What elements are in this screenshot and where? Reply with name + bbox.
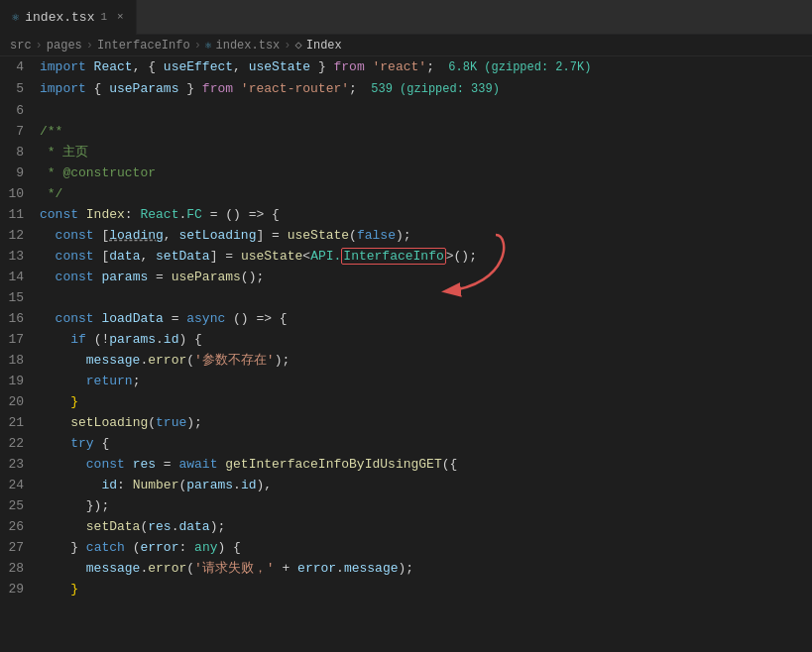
tab-label: index.tsx — [25, 10, 94, 25]
line-number-10: 10 — [0, 183, 40, 204]
line-number-28: 28 — [0, 558, 40, 579]
line-18: 18 message.error('参数不存在'); — [0, 350, 812, 371]
line-26: 26 setData(res.data); — [0, 516, 812, 537]
line-number-14: 14 — [0, 267, 40, 287]
line-content-13: const [data, setData] = useState<API.Int… — [40, 246, 812, 267]
line-27: 27 } catch (error: any) { — [0, 537, 812, 558]
line-29: 29 } — [0, 579, 812, 599]
line-4: 4 import React, { useEffect, useState } … — [0, 56, 812, 78]
breadcrumb-sep1: › — [36, 39, 43, 53]
editor-wrapper: 4 import React, { useEffect, useState } … — [0, 56, 812, 599]
breadcrumb-src: src — [10, 39, 32, 53]
tab-bar: ⚛ index.tsx 1 × — [0, 0, 812, 35]
line-content-23: const res = await getInterfaceInfoByIdUs… — [40, 454, 812, 475]
line-23: 23 const res = await getInterfaceInfoByI… — [0, 454, 812, 475]
line-content-21: setLoading(true); — [40, 412, 812, 433]
line-number-8: 8 — [0, 142, 40, 163]
line-6: 6 — [0, 100, 812, 121]
line-15: 15 — [0, 287, 812, 308]
line-content-4: import React, { useEffect, useState } fr… — [40, 56, 812, 78]
line-20: 20 } — [0, 391, 812, 412]
line-content-25: }); — [40, 495, 812, 516]
line-28: 28 message.error('请求失败，' + error.message… — [0, 558, 812, 579]
line-content-24: id: Number(params.id), — [40, 475, 812, 495]
line-number-27: 27 — [0, 537, 40, 558]
breadcrumb-pages: pages — [47, 39, 82, 53]
line-content-16: const loadData = async () => { — [40, 308, 812, 329]
line-number-11: 11 — [0, 204, 40, 225]
breadcrumb-react-icon: ⚛ — [205, 39, 212, 52]
line-number-23: 23 — [0, 454, 40, 475]
line-25: 25 }); — [0, 495, 812, 516]
line-number-17: 17 — [0, 329, 40, 350]
line-16: 16 const loadData = async () => { — [0, 308, 812, 329]
line-content-11: const Index: React.FC = () => { — [40, 204, 812, 225]
line-17: 17 if (!params.id) { — [0, 329, 812, 350]
line-number-29: 29 — [0, 579, 40, 599]
line-content-9: * @constructor — [40, 163, 812, 183]
line-content-14: const params = useParams(); — [40, 267, 812, 287]
breadcrumb-sep2: › — [86, 39, 93, 53]
breadcrumb-symbol: Index — [306, 39, 342, 53]
line-9: 9 * @constructor — [0, 163, 812, 183]
line-number-9: 9 — [0, 163, 40, 183]
line-number-16: 16 — [0, 308, 40, 329]
line-number-13: 13 — [0, 246, 40, 267]
line-12: 12 const [loading, setLoading] = useStat… — [0, 225, 812, 246]
tab-number: 1 — [100, 11, 107, 23]
breadcrumb-sep3: › — [194, 39, 201, 53]
line-content-5: import { useParams } from 'react-router'… — [40, 78, 812, 100]
breadcrumb: src › pages › InterfaceInfo › ⚛ index.ts… — [0, 35, 812, 56]
line-24: 24 id: Number(params.id), — [0, 475, 812, 495]
line-content-8: * 主页 — [40, 142, 812, 163]
line-content-10: */ — [40, 183, 812, 204]
tab-react-icon: ⚛ — [12, 10, 19, 25]
line-11: 11 const Index: React.FC = () => { — [0, 204, 812, 225]
line-content-20: } — [40, 391, 812, 412]
editor: 4 import React, { useEffect, useState } … — [0, 56, 812, 599]
line-21: 21 setLoading(true); — [0, 412, 812, 433]
line-content-27: } catch (error: any) { — [40, 537, 812, 558]
line-10: 10 */ — [0, 183, 812, 204]
breadcrumb-sep4: › — [284, 39, 290, 53]
line-content-17: if (!params.id) { — [40, 329, 812, 350]
line-number-12: 12 — [0, 225, 40, 246]
line-number-4: 4 — [0, 56, 40, 77]
breadcrumb-filename: index.tsx — [215, 39, 280, 53]
line-content-12: const [loading, setLoading] = useState(f… — [40, 225, 812, 246]
line-number-5: 5 — [0, 78, 40, 99]
line-content-18: message.error('参数不存在'); — [40, 350, 812, 371]
line-content-22: try { — [40, 433, 812, 454]
line-22: 22 try { — [0, 433, 812, 454]
line-content-19: return; — [40, 371, 812, 391]
line-number-7: 7 — [0, 121, 40, 142]
line-13: 13 const [data, setData] = useState<API.… — [0, 246, 812, 267]
line-number-24: 24 — [0, 475, 40, 495]
line-5: 5 import { useParams } from 'react-route… — [0, 78, 812, 100]
line-content-28: message.error('请求失败，' + error.message); — [40, 558, 812, 579]
line-7: 7 /** — [0, 121, 812, 142]
line-number-20: 20 — [0, 391, 40, 412]
breadcrumb-interfaceinfo: InterfaceInfo — [97, 39, 190, 53]
line-number-6: 6 — [0, 100, 40, 121]
line-content-26: setData(res.data); — [40, 516, 812, 537]
line-number-22: 22 — [0, 433, 40, 454]
line-8: 8 * 主页 — [0, 142, 812, 163]
line-number-19: 19 — [0, 371, 40, 391]
tab-close-button[interactable]: × — [117, 11, 124, 23]
line-14: 14 const params = useParams(); — [0, 267, 812, 287]
line-19: 19 return; — [0, 371, 812, 391]
line-number-18: 18 — [0, 350, 40, 371]
tab-index[interactable]: ⚛ index.tsx 1 × — [0, 0, 137, 35]
line-content-29: } — [40, 579, 812, 599]
line-number-26: 26 — [0, 516, 40, 537]
line-content-15 — [40, 287, 812, 308]
line-number-25: 25 — [0, 495, 40, 516]
line-number-21: 21 — [0, 412, 40, 433]
breadcrumb-symbol-icon: ◇ — [295, 38, 302, 53]
line-content-7: /** — [40, 121, 812, 142]
line-content-6 — [40, 100, 812, 121]
line-number-15: 15 — [0, 287, 40, 308]
